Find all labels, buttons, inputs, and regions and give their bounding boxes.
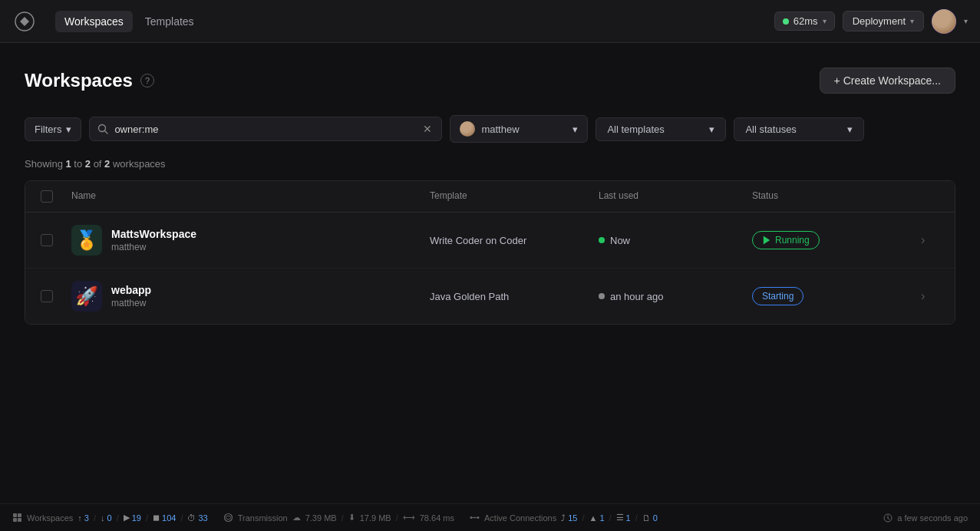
- col-template: Template: [424, 181, 592, 212]
- table-header: Name Template Last used Status: [25, 181, 955, 213]
- footer-time-icon: [883, 513, 893, 523]
- showing-total: 2: [104, 158, 110, 170]
- footer-transmission-label: Transmission: [238, 513, 288, 523]
- col-actions: [915, 181, 945, 212]
- col-checkbox: [35, 181, 65, 212]
- footer-stat-stop-val: 104: [162, 513, 176, 523]
- status-filter-label: All statuses: [745, 124, 796, 135]
- footer-conn4-val: 0: [653, 513, 658, 523]
- row2-last-used: an hour ago: [592, 279, 746, 315]
- row2-name-cell: 🚀 webapp matthew: [65, 269, 424, 324]
- workspace-table: Name Template Last used Status 🏅 MattsWo…: [25, 180, 955, 325]
- footer-stat-other: ⏱33: [187, 513, 207, 523]
- status-filter[interactable]: All statuses ▾: [734, 117, 864, 141]
- perf-chevron: ▾: [823, 17, 827, 25]
- footer-latency: 78.64 ms: [420, 513, 454, 523]
- row1-name-cell: 🏅 MattsWorkspace matthew: [65, 213, 424, 268]
- search-box: ✕: [89, 117, 442, 141]
- footer-conn3: ☰1: [616, 513, 631, 523]
- row1-name: MattsWorkspace: [111, 228, 196, 240]
- row2-name: webapp: [111, 284, 151, 296]
- header-right: 62ms ▾ Deployment ▾ ▾: [774, 9, 968, 34]
- status-filter-chevron: ▾: [847, 124, 853, 135]
- footer-conn2-val: 1: [599, 513, 604, 523]
- footer-transmission-icon: [223, 513, 233, 523]
- deployment-label: Deployment: [853, 15, 906, 27]
- search-icon: [97, 124, 108, 134]
- row2-status: Starting: [746, 275, 915, 318]
- row1-checkbox[interactable]: [41, 234, 53, 246]
- template-filter-chevron: ▾: [709, 124, 714, 135]
- template-filter-label: All templates: [607, 124, 664, 135]
- footer-conn1: ⤴15: [561, 513, 577, 523]
- filters-label: Filters: [35, 124, 61, 135]
- row2-chevron-icon: ›: [921, 289, 925, 302]
- svg-line-13: [888, 518, 889, 519]
- table-row[interactable]: 🏅 MattsWorkspace matthew Write Coder on …: [25, 213, 955, 269]
- row1-owner: matthew: [111, 242, 196, 252]
- row1-last-used-dot: [599, 237, 605, 243]
- performance-badge[interactable]: 62ms ▾: [774, 12, 835, 31]
- footer-transmission-section: Transmission ☁ 7.39 MB / ⬇ 17.9 MB / ⟷ 7…: [223, 513, 454, 523]
- filters-button[interactable]: Filters ▾: [25, 117, 81, 141]
- row1-name-content: 🏅 MattsWorkspace matthew: [71, 225, 417, 256]
- row1-chevron-cell: ›: [915, 221, 945, 259]
- footer-stat-run: ▶19: [124, 513, 141, 523]
- col-status: Status: [746, 181, 915, 212]
- footer: Workspaces ↑3 / ↓0 / ▶19 / ◼104 / ⏱33 Tr…: [0, 503, 980, 531]
- footer-stat-down-val: 0: [107, 513, 112, 523]
- user-filter-label: matthew: [481, 124, 519, 135]
- row1-status: Running: [746, 219, 915, 262]
- footer-conn1-val: 15: [568, 513, 577, 523]
- footer-stat-other-val: 33: [198, 513, 207, 523]
- row2-owner: matthew: [111, 298, 151, 308]
- perf-label: 62ms: [794, 15, 818, 27]
- row2-chevron-cell: ›: [915, 277, 945, 315]
- showing-from: 1: [65, 158, 71, 170]
- table-row[interactable]: 🚀 webapp matthew Java Golden Path an hou…: [25, 269, 955, 324]
- nav-workspaces[interactable]: Workspaces: [55, 11, 133, 32]
- logo-icon[interactable]: [12, 9, 37, 34]
- svg-point-8: [470, 516, 473, 519]
- footer-rx: 17.9 MB: [360, 513, 391, 523]
- row1-chevron-icon: ›: [921, 233, 925, 246]
- row1-last-used-text: Now: [610, 235, 630, 246]
- info-icon[interactable]: ?: [140, 74, 154, 87]
- footer-workspaces-section: Workspaces ↑3 / ↓0 / ▶19 / ◼104 / ⏱33: [12, 513, 208, 523]
- nav-templates[interactable]: Templates: [136, 11, 203, 32]
- row1-status-label: Running: [775, 235, 810, 246]
- deployment-button[interactable]: Deployment ▾: [843, 11, 924, 31]
- footer-conn3-val: 1: [626, 513, 631, 523]
- perf-dot: [783, 18, 789, 25]
- avatar-chevron[interactable]: ▾: [964, 17, 968, 25]
- row1-template: Write Coder on Coder: [424, 223, 592, 259]
- row1-last-used: Now: [592, 223, 746, 259]
- template-filter[interactable]: All templates ▾: [596, 117, 726, 141]
- select-all-checkbox[interactable]: [41, 190, 53, 203]
- footer-connections-icon: [470, 513, 480, 523]
- filters-row: Filters ▾ ✕ matthew ▾ All templates ▾ Al…: [25, 115, 955, 143]
- page-title: Workspaces: [25, 70, 133, 91]
- footer-conn2: ▲1: [589, 513, 604, 523]
- user-filter-avatar: [460, 121, 475, 137]
- footer-workspaces-icon: [12, 513, 22, 523]
- footer-stat-down: ↓0: [101, 513, 112, 523]
- user-filter-chevron: ▾: [572, 124, 578, 135]
- search-input[interactable]: [114, 124, 415, 135]
- create-workspace-button[interactable]: + Create Workspace...: [820, 68, 955, 94]
- row2-template: Java Golden Path: [424, 279, 592, 315]
- showing-text: Showing 1 to 2 of 2 workspaces: [25, 158, 955, 170]
- search-clear-button[interactable]: ✕: [421, 123, 434, 135]
- user-filter[interactable]: matthew ▾: [450, 115, 588, 143]
- row2-checkbox[interactable]: [41, 290, 53, 302]
- deployment-chevron: ▾: [910, 17, 914, 25]
- row2-name-content: 🚀 webapp matthew: [71, 281, 417, 312]
- page-title-row: Workspaces ?: [25, 70, 154, 91]
- footer-conn4: 🗋0: [642, 513, 658, 523]
- footer-stat-up-val: 3: [84, 513, 89, 523]
- footer-workspaces-label: Workspaces: [27, 513, 73, 523]
- user-avatar[interactable]: [932, 9, 956, 34]
- svg-rect-6: [18, 518, 21, 522]
- footer-connections-label: Active Connections: [484, 513, 556, 523]
- row1-checkbox-cell: [35, 222, 65, 259]
